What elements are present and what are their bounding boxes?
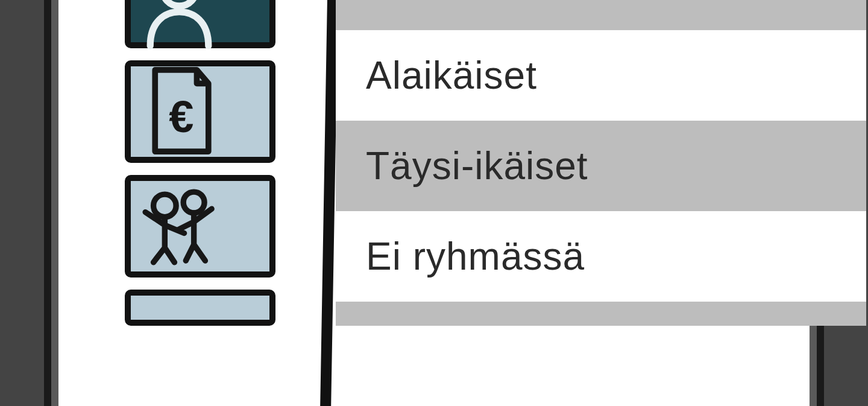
list-item-label: Kaikki [366, 0, 473, 1]
svg-text:€: € [169, 91, 193, 141]
list-item[interactable] [336, 302, 866, 326]
svg-point-1 [154, 194, 177, 217]
sidebar-tile-partial[interactable] [125, 290, 275, 326]
euro-document-icon: € [131, 62, 269, 162]
people-group-icon [131, 185, 269, 268]
sidebar-tile-person[interactable] [125, 0, 275, 48]
filter-list: Kaikki Alaikäiset Täysi-ikäiset Ei ryhmä… [336, 0, 866, 326]
person-icon [131, 0, 269, 53]
sidebar-tile-invoice[interactable]: € [125, 60, 275, 163]
sidebar-tile-groups[interactable] [125, 175, 275, 278]
list-item-label: Täysi-ikäiset [366, 144, 588, 188]
device-left-edge [0, 0, 51, 406]
list-item[interactable]: Ei ryhmässä [336, 211, 866, 302]
list-item[interactable]: Kaikki [336, 0, 866, 30]
svg-point-2 [183, 192, 204, 213]
list-item-label: Ei ryhmässä [366, 234, 585, 279]
content-panel: € [58, 0, 810, 406]
sidebar: € [125, 0, 306, 326]
app-wireframe: € [0, 0, 868, 406]
list-item[interactable]: Täysi-ikäiset [336, 121, 866, 211]
list-item-label: Alaikäiset [366, 53, 537, 98]
list-item[interactable]: Alaikäiset [336, 30, 866, 121]
